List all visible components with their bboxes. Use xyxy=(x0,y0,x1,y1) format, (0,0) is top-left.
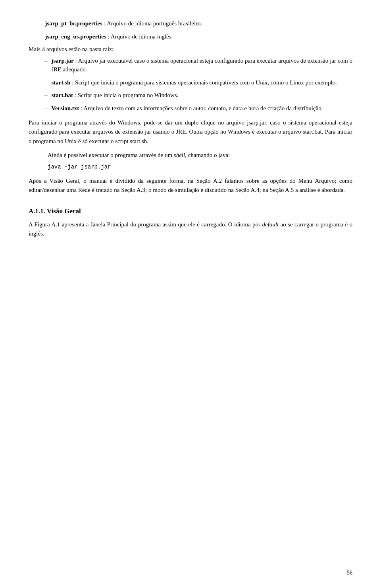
paragraph-2-before-italic: Ainda é possível executar o programa atr… xyxy=(48,152,174,158)
bullet-dash: – xyxy=(44,78,48,87)
bullet-content: start.bat : Script que inicia o programa… xyxy=(52,91,353,100)
term-description: : Arquivo jar executável caso o sistema … xyxy=(52,57,353,73)
page-number: 56 xyxy=(347,570,352,576)
term-description: : Arquivo de texto com as informações so… xyxy=(79,105,323,111)
paragraph-4-text: A Figura A.1 apresenta a Janela Principa… xyxy=(29,221,262,228)
term-jsarp-pt-br: jsarp_pt_br.properties xyxy=(45,20,103,27)
paragraph-4: A Figura A.1 apresenta a Janela Principa… xyxy=(29,220,352,239)
paragraph-2-block: Ainda é possível executar o programa atr… xyxy=(29,151,352,172)
term-start-bat: start.bat xyxy=(52,92,73,98)
list-item: – jsarp_pt_br.properties : Arquivo de id… xyxy=(29,19,352,28)
bullet-content: Version.txt : Arquivo de texto com as in… xyxy=(52,104,353,113)
bullet-dash: – xyxy=(38,32,41,41)
term-start-sh: start.sh xyxy=(52,79,71,86)
page: – jsarp_pt_br.properties : Arquivo de id… xyxy=(0,0,381,588)
paragraph-2-after-italic: , chamando o java: xyxy=(185,152,230,158)
paragraph-1: Para iniciar o programa através do Windo… xyxy=(29,118,352,146)
term-jsarp-jar: jsarp.jar xyxy=(52,57,74,64)
bullet-dash: – xyxy=(44,91,48,100)
term-description: : Arquivo de idioma inglês. xyxy=(106,33,173,40)
list-item: – jsarp_eng_us.properties : Arquivo de i… xyxy=(29,32,352,41)
bullet-dash: – xyxy=(44,56,48,65)
code-block-java: java -jar jsarp.jar xyxy=(48,163,352,172)
bullet-content: start.sh : Script que inicia o programa … xyxy=(52,78,353,87)
paragraph-2-italic: shell xyxy=(174,152,185,158)
paragraph-4-italic: default xyxy=(262,221,279,228)
term-description: : Script que inicia o programa no Window… xyxy=(73,92,178,98)
paragraph-3: Após a Visão Geral, o manual é dividido … xyxy=(29,176,352,195)
list-item: – start.sh : Script que inicia o program… xyxy=(35,78,352,87)
term-jsarp-eng-us: jsarp_eng_us.properties xyxy=(45,33,106,40)
term-version-txt: Version.txt xyxy=(52,105,79,111)
nested-bullet-list: – jsarp.jar : Arquivo jar executável cas… xyxy=(29,56,352,113)
bullet-dash: – xyxy=(38,19,41,28)
term-description: : Arquivo de idioma português brasileiro… xyxy=(102,20,202,27)
paragraph-2-text: Ainda é possível executar o programa atr… xyxy=(48,151,352,160)
bullet-content: jsarp.jar : Arquivo jar executável caso … xyxy=(52,56,353,74)
section-a11-heading: A.1.1. Visão Geral xyxy=(29,207,352,215)
more-files-label: Mais 4 arquivos estão na pasta raíz: xyxy=(29,45,352,54)
top-bullet-list: – jsarp_pt_br.properties : Arquivo de id… xyxy=(29,19,352,41)
term-description: : Script que inicia o programa para sist… xyxy=(70,79,337,86)
bullet-content: jsarp_pt_br.properties : Arquivo de idio… xyxy=(45,19,353,28)
bullet-content: jsarp_eng_us.properties : Arquivo de idi… xyxy=(45,32,353,41)
list-item: – Version.txt : Arquivo de texto com as … xyxy=(35,104,352,113)
list-item: – jsarp.jar : Arquivo jar executável cas… xyxy=(35,56,352,74)
list-item: – start.bat : Script que inicia o progra… xyxy=(35,91,352,100)
bullet-dash: – xyxy=(44,104,48,113)
